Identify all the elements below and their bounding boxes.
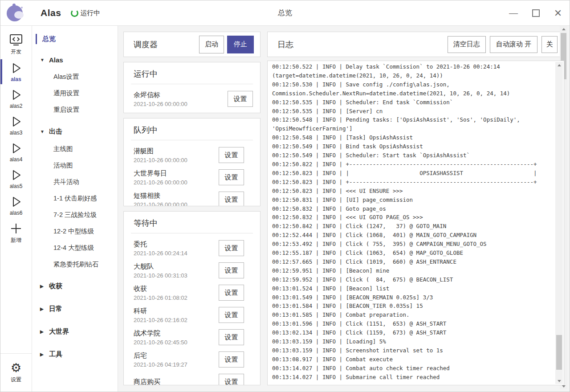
add-instance-button[interactable]: 新增	[0, 219, 32, 247]
queue-panel: 队列中 潜艇图 2021-10-26 00:00:00 设置	[123, 118, 261, 206]
task-time: 2021-10-26 02:16:02	[134, 316, 219, 324]
scheduler-start-button[interactable]: 启动	[199, 36, 224, 53]
task-time: 2021-10-26 01:08:02	[134, 294, 219, 302]
task-settings-button[interactable]: 设置	[219, 192, 244, 206]
window-controls: — ✕	[508, 0, 563, 26]
scrollbar-thumb[interactable]	[556, 335, 562, 370]
menu-group-header[interactable]: ▼ 出击	[32, 122, 118, 141]
menu-group-header[interactable]: ▶ 收获	[32, 277, 118, 295]
menu-item[interactable]: 活动图	[32, 157, 118, 174]
task-settings-button[interactable]: 设置	[219, 329, 244, 345]
play-icon	[9, 142, 23, 155]
close-button[interactable]: ✕	[553, 8, 563, 19]
task-settings-button[interactable]: 设置	[219, 262, 244, 278]
task-settings-button[interactable]: 设置	[219, 240, 244, 256]
waiting-task-list: 委托 2021-10-26 00:24:14 设置 大舰队 2021-10-26…	[124, 233, 260, 385]
menu-item[interactable]: 紧急委托刷钻石	[32, 256, 118, 273]
menu-group: ▼ Alas Alas设置 通用设置 重启设置	[32, 51, 118, 118]
sidebar-item-instance[interactable]: alas2	[0, 85, 32, 112]
sidebar-item-label: 设置	[11, 376, 21, 384]
menu-item[interactable]: 共斗活动	[32, 174, 118, 190]
menu-group-header[interactable]: ▶ 工具	[32, 345, 118, 363]
task-settings-button[interactable]: 设置	[219, 374, 244, 385]
menu-group-label: 出击	[49, 127, 62, 136]
play-icon	[9, 115, 23, 128]
sidebar-item-instance[interactable]: alas6	[0, 192, 32, 219]
sidebar-item-label: alas2	[10, 103, 23, 109]
task-settings-button[interactable]: 设置	[219, 307, 244, 323]
task-time: 2021-10-26 04:19:27	[134, 360, 219, 369]
task-info: 潜艇图 2021-10-26 00:00:00	[134, 146, 219, 164]
sidebar-item-instance[interactable]: alas4	[0, 139, 32, 165]
autoscroll-on-button[interactable]: 自动滚动 开	[490, 36, 537, 53]
group-expand-icon: ▶	[40, 329, 45, 334]
clear-log-button[interactable]: 清空日志	[448, 36, 486, 53]
maximize-button[interactable]	[530, 8, 541, 19]
task-name: 大舰队	[134, 261, 219, 271]
task-settings-button[interactable]: 设置	[219, 285, 244, 301]
sidebar-item-dev[interactable]: 开发	[0, 30, 32, 58]
task-name: 战术学院	[134, 328, 219, 338]
running-title: 运行中	[124, 62, 260, 84]
menu-group-header[interactable]: ▼ Alas	[32, 51, 118, 69]
task-info: 大世界每日 2021-10-26 00:00:00	[134, 168, 219, 187]
log-output-panel: 00:12:50.522 | INFO | Delay task `Commis…	[267, 61, 564, 385]
settings-button[interactable]: ⚙ 设置	[0, 358, 32, 386]
task-time: 2021-10-26 00:31:03	[134, 271, 219, 280]
waiting-panel: 等待中 委托 2021-10-26 00:24:14 设置	[123, 211, 261, 385]
menu-group-header[interactable]: ▶ 大世界	[32, 323, 118, 341]
log-header-panel: 日志 清空日志 自动滚动 开 关	[267, 32, 564, 57]
waiting-title: 等待中	[124, 212, 260, 233]
task-settings-button[interactable]: 设置	[219, 169, 244, 185]
minimize-button[interactable]: —	[508, 8, 519, 19]
group-expand-icon: ▶	[40, 306, 45, 311]
sidebar-item-label: alas4	[10, 156, 23, 163]
scroll-up-icon[interactable]	[555, 62, 563, 68]
task-info: 短猫相接 2021-10-26 00:00:00	[134, 191, 219, 206]
task-settings-button[interactable]: 设置	[219, 147, 244, 163]
menu-item[interactable]: 通用设置	[32, 85, 118, 102]
running-spinner-icon	[71, 9, 78, 17]
menu-item[interactable]: Alas设置	[32, 69, 118, 85]
task-info: 后宅 2021-10-26 04:19:27	[134, 351, 219, 369]
scheduler-stop-button[interactable]: 停止	[227, 36, 254, 53]
sidebar-item-label: alas6	[10, 210, 23, 216]
sidebar-item-label: 新增	[11, 237, 21, 244]
sidebar-item-instance[interactable]: alas3	[0, 112, 32, 139]
titlebar: Alas 运行中 总览 — ✕	[0, 0, 570, 26]
task-row: 后宅 2021-10-26 04:19:27 设置	[134, 348, 260, 371]
task-info: 科研 2021-10-26 02:16:02	[134, 306, 219, 324]
sidebar-item-label: alas5	[10, 183, 23, 189]
task-name: 短猫相接	[134, 191, 219, 200]
menu-item[interactable]: 7-2 三战捡垃圾	[32, 207, 118, 223]
group-expand-icon: ▼	[40, 57, 45, 62]
scroll-down-icon[interactable]	[555, 378, 563, 384]
menu-group-header[interactable]: ▶ 日常	[32, 300, 118, 318]
task-time: 2021-10-26 00:24:14	[134, 249, 219, 257]
menu-item[interactable]: 12-2 中型练级	[32, 223, 118, 240]
instance-rail: 开发 alas	[0, 26, 32, 392]
task-row: 大世界每日 2021-10-26 00:00:00 设置	[134, 166, 260, 188]
menu-item-overview[interactable]: 总览	[32, 31, 118, 47]
task-row: 短猫相接 2021-10-26 00:00:00 设置	[134, 188, 260, 206]
menu-groups: ▼ Alas Alas设置 通用设置 重启设置	[32, 51, 118, 363]
play-icon	[9, 195, 23, 208]
play-icon	[9, 168, 23, 182]
task-row: 余烬信标 2021-10-26 00:00:00 设置	[134, 88, 260, 110]
log-scrollbar[interactable]	[555, 62, 563, 384]
instance-list: alas alas2	[0, 58, 32, 219]
menu-item[interactable]: 12-4 大型练级	[32, 240, 118, 256]
task-info: 余烬信标 2021-10-26 00:00:00	[134, 90, 228, 108]
autoscroll-off-button[interactable]: 关	[542, 36, 558, 53]
menu-item[interactable]: 主线图	[32, 141, 118, 157]
menu-sidebar: 总览 ▼ Alas Alas设置 通用设置	[32, 26, 118, 392]
task-settings-button[interactable]: 设置	[219, 351, 244, 368]
play-icon	[9, 88, 23, 102]
task-name: 收获	[134, 284, 219, 294]
menu-item[interactable]: 1-1 伏击刷好感	[32, 190, 118, 207]
menu-item[interactable]: 重启设置	[32, 102, 118, 118]
task-settings-button[interactable]: 设置	[228, 91, 253, 107]
sidebar-item-instance[interactable]: alas	[0, 58, 32, 85]
task-row: 科研 2021-10-26 02:16:02 设置	[134, 304, 260, 326]
sidebar-item-instance[interactable]: alas5	[0, 165, 32, 192]
